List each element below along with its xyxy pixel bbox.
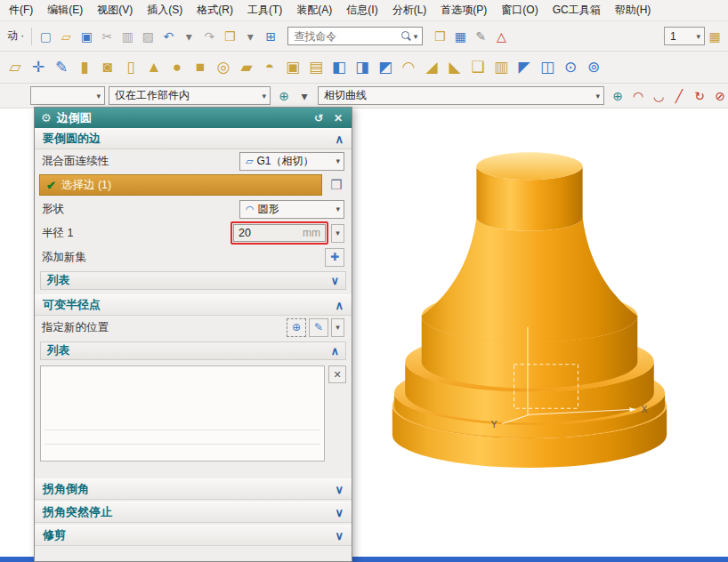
new-file-icon[interactable]: ▢: [36, 27, 55, 46]
shape-combo[interactable]: ◠ 圆形 ▾: [239, 200, 344, 219]
point-list[interactable]: [40, 365, 325, 462]
menu-preferences[interactable]: 首选项(P): [433, 0, 494, 21]
offset-face-icon[interactable]: ⊚: [582, 55, 605, 80]
reset-icon[interactable]: ↺: [311, 111, 326, 125]
point-options-dropdown[interactable]: ▾: [331, 318, 344, 337]
selection-type-combo[interactable]: ▾: [30, 86, 105, 105]
part-icon[interactable]: ❒: [430, 27, 449, 46]
menu-information[interactable]: 信息(I): [339, 0, 384, 21]
shape-label: 形状: [42, 202, 239, 217]
point-list-bar[interactable]: 列表 ∧: [40, 341, 346, 360]
close-icon[interactable]: ✕: [331, 111, 345, 125]
boss-icon[interactable]: ◓: [258, 55, 281, 80]
menu-help[interactable]: 帮助(H): [608, 0, 659, 21]
thread-icon[interactable]: ▥: [489, 55, 513, 80]
start-menu-label[interactable]: 动 ·: [4, 28, 28, 44]
add-new-set-button[interactable]: ✚: [325, 248, 344, 267]
undo-icon[interactable]: ↶: [158, 27, 178, 46]
scale-body-icon[interactable]: ⊙: [559, 55, 582, 80]
menu-format[interactable]: 格式(R): [190, 0, 240, 21]
extrude-icon[interactable]: ▮: [73, 55, 96, 80]
draft-icon[interactable]: ◣: [443, 55, 466, 80]
cut-icon[interactable]: ✂: [97, 27, 117, 46]
body-select-icon[interactable]: ❒: [326, 174, 347, 196]
selection-scope-combo[interactable]: 仅在工作部件内 ▾: [109, 86, 271, 105]
scale-combo[interactable]: 1 ▾: [664, 27, 705, 45]
open-folder-icon[interactable]: ▱: [56, 27, 76, 46]
chamfer-icon[interactable]: ◢: [420, 55, 443, 80]
no-snap-icon[interactable]: ⊘: [710, 86, 728, 106]
edge-blend-icon[interactable]: ◠: [397, 55, 420, 80]
group-corner-setback[interactable]: 拐角倒角 ∨: [35, 478, 352, 500]
shell-icon[interactable]: ❑: [466, 55, 489, 80]
hole-icon[interactable]: ◎: [212, 55, 235, 80]
radius-field: mm: [233, 224, 326, 242]
search-icon[interactable]: [400, 30, 412, 42]
body-dropdown-arrow[interactable]: ▾: [240, 27, 260, 46]
redo-icon[interactable]: ↷: [199, 27, 219, 46]
menu-insert[interactable]: 插入(S): [140, 0, 190, 21]
intersect-icon[interactable]: ◩: [374, 55, 397, 80]
pad-icon[interactable]: ▤: [304, 55, 328, 80]
rib-icon[interactable]: ▰: [235, 55, 258, 80]
menu-gc-toolbox[interactable]: GC工具箱: [546, 0, 608, 21]
continuity-combo[interactable]: ▱ G1（相切） ▾: [239, 152, 344, 171]
rotate-snap-icon[interactable]: ↻: [690, 86, 709, 106]
selection-filter-icon[interactable]: ▾: [295, 86, 314, 106]
subtract-icon[interactable]: ◨: [351, 55, 374, 80]
group-trim[interactable]: 修剪 ∨: [35, 525, 352, 546]
datum-csys-icon[interactable]: ✛: [27, 55, 50, 80]
paste-icon[interactable]: ▨: [138, 27, 158, 46]
cone-icon[interactable]: ▲: [142, 55, 166, 80]
assembly-icon[interactable]: ▦: [450, 27, 470, 46]
group-variable-radius[interactable]: 可变半径点 ∧: [35, 294, 352, 316]
datum-plane-icon[interactable]: ▱: [4, 55, 27, 80]
group-stop-short-title: 拐角突然停止: [43, 504, 112, 520]
curve-snap-icon[interactable]: ◡: [649, 86, 668, 106]
edge-list-bar[interactable]: 列表 ∨: [40, 271, 346, 290]
application-icons: ❒▦✎△: [430, 27, 511, 46]
window-layout-icon[interactable]: ⊞: [261, 27, 280, 46]
drafting-icon[interactable]: ✎: [471, 27, 490, 46]
menu-tools[interactable]: 工具(T): [240, 0, 289, 21]
select-edge-step[interactable]: ✔ 选择边 (1): [39, 174, 322, 196]
menu-window[interactable]: 窗口(O): [494, 0, 545, 21]
tangent-snap-icon[interactable]: ╱: [669, 86, 689, 106]
menu-assemblies[interactable]: 装配(A): [289, 0, 339, 21]
pmi-icon[interactable]: △: [491, 27, 511, 46]
unite-icon[interactable]: ◧: [328, 55, 351, 80]
search-dropdown-arrow[interactable]: ▾: [412, 32, 420, 41]
save-icon[interactable]: ▣: [77, 27, 96, 46]
sketch-icon[interactable]: ✎: [50, 55, 73, 80]
snap-point-icon[interactable]: ⊕: [274, 86, 294, 106]
radius-input[interactable]: [239, 227, 281, 239]
copy-icon[interactable]: ▥: [117, 27, 137, 46]
remove-item-button[interactable]: ✕: [328, 365, 346, 383]
snap-enable-icon[interactable]: ⊕: [608, 86, 627, 106]
menu-edit[interactable]: 编辑(E): [40, 0, 90, 21]
cylinder-icon[interactable]: ▯: [119, 55, 142, 80]
dialog-titlebar[interactable]: ⚙ 边倒圆 ↺ ✕: [35, 108, 352, 128]
menu-file[interactable]: 件(F): [2, 0, 40, 21]
pocket-icon[interactable]: ▣: [281, 55, 304, 80]
arc-snap-icon[interactable]: ◠: [628, 86, 648, 106]
trim-body-icon[interactable]: ◤: [513, 55, 536, 80]
point-dialog-button[interactable]: ✎: [309, 318, 328, 337]
solid-body-icon[interactable]: ❒: [220, 27, 239, 46]
menu-view[interactable]: 视图(V): [90, 0, 140, 21]
block-icon[interactable]: ■: [189, 55, 212, 80]
grid-icon[interactable]: ▦: [705, 27, 724, 46]
model-solid[interactable]: X Y: [365, 142, 694, 468]
chevron-down-icon: ▾: [694, 32, 702, 41]
menu-analysis[interactable]: 分析(L): [385, 0, 434, 21]
radius-formula-dropdown[interactable]: ▾: [331, 224, 344, 243]
revolve-icon[interactable]: ◙: [96, 55, 119, 80]
specify-point-button[interactable]: ⊕: [287, 318, 306, 337]
split-body-icon[interactable]: ◫: [536, 55, 559, 80]
group-edges-to-blend[interactable]: 要倒圆的边 ∧: [35, 128, 352, 149]
sphere-icon[interactable]: ●: [166, 55, 189, 80]
curve-rule-combo[interactable]: 相切曲线 ▾: [318, 86, 604, 105]
search-input[interactable]: [294, 30, 400, 43]
undo-dropdown-arrow[interactable]: ▾: [179, 27, 198, 46]
group-stop-short[interactable]: 拐角突然停止 ∨: [35, 502, 352, 523]
